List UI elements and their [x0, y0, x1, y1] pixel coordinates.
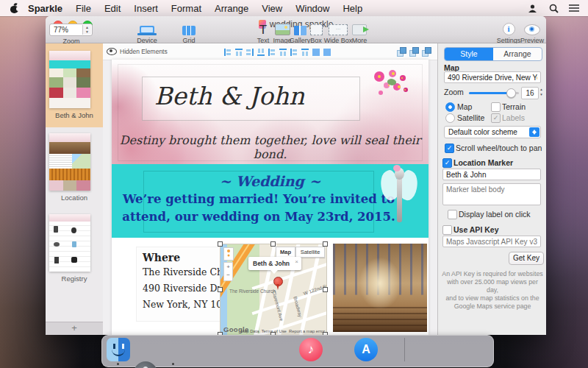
preview-button[interactable]: Preview — [516, 24, 548, 44]
tab-arrange[interactable]: Arrange — [493, 48, 542, 60]
align-right-icon[interactable] — [245, 48, 254, 57]
zoom-value-stepper[interactable]: ▲▼ — [539, 87, 544, 98]
zoom-slider-knob[interactable] — [506, 88, 516, 98]
text-icon: T — [259, 24, 267, 35]
inspector-tabs: Style Arrange — [444, 47, 542, 61]
tab-style[interactable]: Style — [445, 48, 493, 60]
page-heading: Beth & John — [154, 82, 304, 110]
device-button[interactable]: Device — [130, 24, 164, 44]
scroll-pan-checkbox[interactable]: ✓ — [445, 144, 454, 153]
silverware-image[interactable] — [380, 166, 418, 233]
align-left-icon[interactable] — [223, 48, 232, 57]
spotlight-search-icon[interactable] — [549, 4, 559, 13]
terrain-checkbox[interactable] — [491, 102, 501, 112]
map-zoom-control[interactable]: +− — [223, 262, 233, 281]
menu-view[interactable]: View — [262, 3, 282, 14]
color-scheme-dropdown[interactable]: Default color scheme — [444, 126, 541, 138]
resize-handle[interactable] — [218, 241, 223, 247]
menu-app[interactable]: Sparkle — [28, 3, 62, 14]
insert-more-button[interactable]: More — [348, 24, 370, 44]
hidden-elements-button[interactable]: Hidden Elements — [107, 46, 168, 57]
menu-edit[interactable]: Edit — [104, 3, 121, 14]
canvas-area: Hidden Elements Beth & John — [103, 43, 437, 335]
page-thumbnail-registry[interactable] — [49, 214, 90, 272]
flower-bouquet-image[interactable] — [371, 67, 411, 104]
equal-width-icon[interactable] — [312, 48, 320, 57]
dock — [101, 335, 494, 367]
running-indicator-finder — [117, 363, 119, 365]
menu-file[interactable]: File — [76, 3, 91, 14]
resize-handle[interactable] — [218, 287, 223, 292]
map-type-radio-map[interactable] — [445, 102, 455, 112]
page-label-beth-and-john[interactable]: Beth & John — [46, 111, 103, 119]
details-section: Where The Riverside Church 490 Riverside… — [112, 238, 429, 335]
settings-icon: i — [503, 23, 515, 35]
marker-title-input[interactable] — [442, 169, 541, 180]
page-thumbnail-location[interactable] — [49, 133, 90, 191]
map-address-input[interactable] — [444, 71, 541, 83]
map-marker-pin[interactable] — [273, 277, 283, 286]
wedding-body-line2[interactable]: attend, our wedding on May 23rd, 2015. — [112, 210, 406, 224]
align-center-horizontal-icon[interactable] — [268, 48, 276, 57]
send-to-back-icon[interactable] — [397, 47, 406, 57]
page-label-registry[interactable]: Registry — [46, 275, 103, 283]
bring-forward-icon[interactable] — [422, 47, 431, 57]
alignment-tools — [222, 46, 332, 60]
heading-text-box[interactable]: Beth & John — [142, 77, 360, 121]
map-type-satellite-button[interactable]: Satellite — [295, 247, 325, 258]
grid-button[interactable]: Grid — [172, 24, 206, 44]
api-key-input[interactable] — [442, 236, 541, 247]
align-top-icon[interactable] — [234, 48, 243, 57]
distribute-vertical-icon[interactable] — [301, 48, 309, 57]
notification-center-icon[interactable] — [569, 4, 579, 13]
more-icon — [352, 24, 367, 35]
dock-app-store-icon[interactable]: A — [354, 338, 378, 361]
resize-handle[interactable] — [270, 241, 276, 247]
map-zoom-label: Zoom — [444, 88, 464, 96]
menu-help[interactable]: Help — [343, 3, 362, 14]
dock-itunes-icon[interactable]: ♪ — [299, 338, 323, 361]
location-marker-checkbox[interactable]: ✓ — [442, 158, 452, 168]
resize-handle[interactable] — [323, 287, 328, 292]
menu-insert[interactable]: Insert — [134, 3, 158, 14]
church-photo[interactable] — [333, 244, 427, 332]
info-window-close-icon[interactable]: × — [295, 258, 298, 265]
menu-format[interactable]: Format — [171, 3, 201, 14]
menu-window[interactable]: Window — [295, 3, 329, 14]
apple-menu-icon[interactable] — [10, 4, 18, 13]
send-backward-icon[interactable] — [409, 47, 419, 57]
dock-finder-icon[interactable] — [107, 338, 130, 361]
user-icon[interactable] — [528, 4, 537, 13]
align-bottom-icon[interactable] — [257, 48, 265, 57]
page-label-location[interactable]: Location — [46, 194, 103, 202]
zoom-value-field[interactable]: 16 — [521, 87, 539, 99]
zoom-control[interactable]: 77% ▲▼ Zoom — [49, 24, 93, 45]
wedding-section: ~ Wedding ~ We’re getting married! You’r… — [112, 164, 429, 238]
tagline-text[interactable]: Destiny brought them together, love will… — [112, 133, 429, 161]
labels-checkbox: ✓ — [491, 113, 501, 123]
add-page-button[interactable]: + — [46, 322, 103, 335]
map-info-window[interactable]: Beth & John × — [248, 257, 301, 270]
use-api-key-checkbox[interactable] — [442, 225, 452, 235]
map-type-radio-satellite[interactable] — [445, 113, 455, 123]
pegman-control[interactable] — [223, 247, 234, 261]
google-map-embed[interactable]: +− Map Satellite Beth & John × The River… — [220, 244, 327, 335]
zoom-stepper[interactable]: ▲▼ — [82, 25, 91, 35]
get-key-button[interactable]: Get Key — [509, 252, 544, 265]
page-canvas[interactable]: Beth & John Destiny brought them togethe… — [112, 60, 429, 335]
wedding-body-line1[interactable]: We’re getting married! You’re invited to — [112, 192, 406, 206]
map-type-map-button[interactable]: Map — [276, 247, 295, 258]
equal-height-icon[interactable] — [323, 48, 331, 57]
align-middle-vertical-icon[interactable] — [279, 48, 287, 57]
map-element[interactable]: +− Map Satellite Beth & John × The River… — [220, 244, 326, 335]
page-thumbnail-beth-and-john[interactable] — [49, 51, 90, 108]
where-title: Where — [143, 252, 223, 263]
resize-handle[interactable] — [323, 241, 328, 247]
where-text-block[interactable]: Where The Riverside Church 490 Riverside… — [136, 247, 224, 322]
map-footer[interactable]: Map Data Terms of Use Report a map error — [240, 329, 325, 333]
menu-arrange[interactable]: Arrange — [215, 3, 248, 14]
marker-body-textarea[interactable] — [442, 183, 541, 205]
device-icon — [140, 26, 154, 35]
distribute-horizontal-icon[interactable] — [290, 48, 298, 57]
display-label-checkbox[interactable] — [448, 210, 457, 219]
